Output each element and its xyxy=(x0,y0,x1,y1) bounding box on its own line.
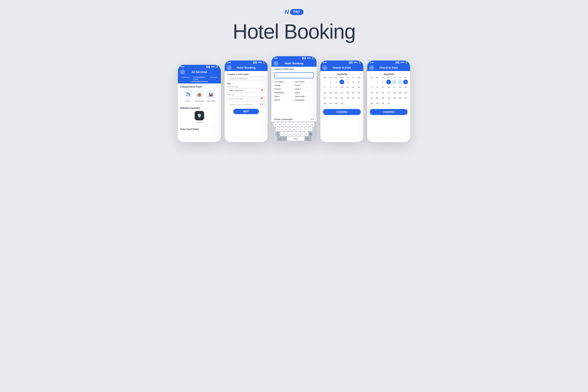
calendar-grid-5: SunMonTueWedThuFriSat 1 2 3 4 5 6 7 8 9 … xyxy=(367,76,410,108)
passengers-bottom: Number of passengers 0 ▾ xyxy=(272,117,316,122)
calendar-grid-4: SunMonTueWedThuFriSat 1 2 3 4 5 6 7 8 9 … xyxy=(320,76,363,108)
suggestion-row-1[interactable]: Los Angeles San Antonio xyxy=(274,80,314,84)
phone-search: 9:41 ▌▌▌ WiFi 🔋 ‹ Hotel Booking Location… xyxy=(272,56,316,142)
phone-checkin: 9:41 ▌▌▌ WiFi 🔋 ‹ Check-in Date ‹ July/2… xyxy=(320,60,363,142)
tab-shopping[interactable]: Shopping xyxy=(180,75,191,82)
confirm-button-5[interactable]: CONFIRM xyxy=(370,109,408,115)
divider-1 xyxy=(180,104,219,104)
key-w[interactable]: w xyxy=(278,122,282,126)
location-label: Location or hotel name xyxy=(227,73,265,75)
status-bar-3: 9:41 ▌▌▌ WiFi 🔋 xyxy=(272,56,316,60)
key-return[interactable]: ret xyxy=(305,136,311,141)
passengers-dropdown[interactable]: ▾ xyxy=(313,118,314,120)
cal-prev-5[interactable]: ‹ xyxy=(370,73,370,76)
cal-next-4[interactable]: › xyxy=(360,73,361,76)
calendar-icon-2: 📅 xyxy=(260,98,263,100)
key-l[interactable]: l xyxy=(308,127,312,131)
tab-transportation[interactable]: Transportation-Travel xyxy=(191,75,208,82)
key-q[interactable]: q xyxy=(274,122,278,126)
dayback-input[interactable]: Choose day back 📅 xyxy=(227,96,265,101)
key-f[interactable]: f xyxy=(288,127,292,131)
status-icons-1: ▌▌▌ WiFi 🔋 xyxy=(206,66,218,68)
key-s[interactable]: s xyxy=(280,127,284,131)
dropdown-arrow[interactable]: ▾ xyxy=(262,103,263,105)
suggestion-row-6[interactable]: Hotel B Indianapolis xyxy=(274,98,314,102)
location-label-3: Location or hotel name xyxy=(272,67,316,70)
key-c[interactable]: c xyxy=(288,132,292,136)
status-bar-4: 9:41 ▌▌▌ WiFi 🔋 xyxy=(320,60,363,64)
top-bar-2: ‹ Hotel Booking xyxy=(225,64,268,71)
kb-row-1: q w e r t y u i o p xyxy=(272,122,316,126)
key-x[interactable]: x xyxy=(284,132,288,136)
back-button-3[interactable]: ‹ xyxy=(274,61,278,66)
search-input[interactable] xyxy=(274,72,314,78)
key-p[interactable]: p xyxy=(310,122,314,126)
phone-hotel-form: 9:41 ▌▌▌ WiFi 🔋 ‹ Hotel Booking Location… xyxy=(225,60,268,142)
top-bar-4: ‹ Check-in Date xyxy=(320,64,363,71)
status-bar-5: 9:41 ▌▌▌ WiFi 🔋 xyxy=(367,60,410,64)
suggestion-row-3[interactable]: Houston Hotel D xyxy=(274,87,314,91)
key-d[interactable]: d xyxy=(284,127,288,131)
key-emoji[interactable]: ☺ xyxy=(283,136,287,141)
suggestions-list: Los Angeles San Antonio Chicago Hotel C … xyxy=(272,80,316,117)
suggestion-row-5[interactable]: Hotel A Jacksonville xyxy=(274,94,314,98)
back-button-2[interactable]: ‹ xyxy=(227,66,232,70)
key-123[interactable]: 123 xyxy=(277,136,283,141)
keyboard: q w e r t y u i o p a s d f g h j k l xyxy=(272,122,316,142)
key-r[interactable]: r xyxy=(286,122,290,126)
departure-date-input[interactable]: Web, 07/03/2019 📅 xyxy=(227,88,265,93)
key-o[interactable]: o xyxy=(306,122,310,126)
suggestion-row-2[interactable]: Chicago Hotel C xyxy=(274,84,314,87)
back-button-1[interactable]: ‹ xyxy=(180,70,185,74)
key-y[interactable]: y xyxy=(294,122,298,126)
phone4-content: ‹ July/2019 › SunMonTueWedThuFriSat 1 2 … xyxy=(320,71,363,142)
next-button[interactable]: NEXT xyxy=(233,109,259,114)
cal-prev-4[interactable]: ‹ xyxy=(323,73,324,76)
section-title-3: Order Food Online xyxy=(180,128,219,130)
service-train[interactable]: 🚂 Train Tickets xyxy=(206,90,216,102)
top-bar-3: ‹ Hotel Booking xyxy=(272,60,316,67)
software-grid: 🛡️ Antivirus xyxy=(180,111,219,123)
key-backspace[interactable]: ⌫ xyxy=(308,132,312,136)
key-n[interactable]: n xyxy=(300,132,304,136)
section-title-1: Transportation-Travel xyxy=(180,86,219,88)
key-k[interactable]: k xyxy=(304,127,308,131)
key-e[interactable]: e xyxy=(282,122,286,126)
key-m[interactable]: m xyxy=(304,132,308,136)
cal-days-5: 1 2 3 4 5 6 7 8 9 10 11 12 13 14 15 xyxy=(369,80,408,106)
suggestion-row-4[interactable]: Philadelphia Dallas xyxy=(274,91,314,94)
key-b[interactable]: b xyxy=(296,132,300,136)
software-section: Software Copyright 🛡️ Antivirus xyxy=(178,107,221,126)
calendar-header-5: ‹ July/2019 › xyxy=(367,71,410,76)
hotel-icon: 🏨 xyxy=(195,90,204,99)
key-g[interactable]: g xyxy=(292,127,296,131)
service-airfare[interactable]: ✈️ Airfare xyxy=(183,90,193,102)
back-button-5[interactable]: ‹ xyxy=(369,66,374,70)
main-title: Hotel Booking xyxy=(232,20,356,43)
key-i[interactable]: i xyxy=(302,122,306,126)
transportation-section: Transportation-Travel ✈️ Airfare 🏨 Hotel… xyxy=(178,84,221,107)
key-j[interactable]: j xyxy=(300,127,304,131)
tab-software[interactable]: Software xyxy=(208,75,219,82)
key-v[interactable]: v xyxy=(292,132,296,136)
departure-label: Departure day xyxy=(227,86,265,88)
back-button-4[interactable]: ‹ xyxy=(322,66,327,70)
passengers-row: Number of room & passengers 0 ▾ xyxy=(227,102,265,107)
dayback-label: Day back xyxy=(227,94,265,96)
train-icon: 🚂 xyxy=(206,90,216,99)
key-t[interactable]: t xyxy=(290,122,294,126)
key-shift[interactable]: ⇧ xyxy=(276,132,280,136)
service-antivirus[interactable]: 🛡️ Antivirus xyxy=(195,111,204,123)
cal-month-5: July/2019 xyxy=(383,73,394,76)
key-z[interactable]: z xyxy=(280,132,284,136)
service-hotel[interactable]: 🏨 Hotel Booking xyxy=(194,90,204,102)
status-icons-4: ▌▌▌ WiFi 🔋 xyxy=(349,61,361,64)
confirm-button-4[interactable]: CONFIRM xyxy=(323,109,361,115)
key-h[interactable]: h xyxy=(296,127,300,131)
cal-next-5[interactable]: › xyxy=(407,73,408,76)
key-u[interactable]: u xyxy=(298,122,302,126)
key-space[interactable]: space xyxy=(287,136,304,141)
key-a[interactable]: a xyxy=(276,127,280,131)
phone2-content: Location or hotel name Location or hotel… xyxy=(225,71,268,142)
location-input[interactable]: Location or hotel name xyxy=(227,76,265,81)
